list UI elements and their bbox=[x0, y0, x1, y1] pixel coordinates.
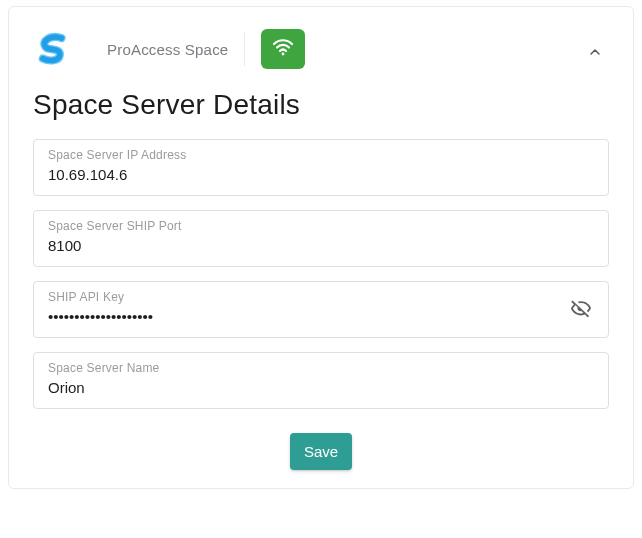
section-title: Space Server Details bbox=[9, 89, 633, 139]
eye-off-icon bbox=[570, 297, 592, 322]
server-name-label: Space Server Name bbox=[48, 361, 594, 375]
header-divider bbox=[244, 32, 245, 66]
ship-port-input[interactable] bbox=[48, 235, 594, 256]
wifi-icon bbox=[271, 35, 295, 63]
svg-point-0 bbox=[282, 53, 285, 56]
ip-address-field[interactable]: Space Server IP Address bbox=[33, 139, 609, 196]
server-name-input[interactable] bbox=[48, 377, 594, 398]
api-key-input[interactable] bbox=[48, 306, 594, 327]
save-button[interactable]: Save bbox=[290, 433, 352, 470]
settings-card: ProAccess Space Space Server Details bbox=[8, 6, 634, 489]
chevron-up-icon bbox=[587, 44, 603, 63]
api-key-label: SHIP API Key bbox=[48, 290, 594, 304]
server-form: Space Server IP Address Space Server SHI… bbox=[9, 139, 633, 470]
actions-row: Save bbox=[33, 433, 609, 470]
toggle-api-key-visibility[interactable] bbox=[566, 293, 596, 326]
ship-port-label: Space Server SHIP Port bbox=[48, 219, 594, 233]
product-name: ProAccess Space bbox=[107, 41, 228, 58]
ip-address-input[interactable] bbox=[48, 164, 594, 185]
server-name-field[interactable]: Space Server Name bbox=[33, 352, 609, 409]
product-logo bbox=[33, 29, 73, 69]
collapse-toggle[interactable] bbox=[581, 39, 609, 67]
card-header: ProAccess Space bbox=[9, 7, 633, 89]
api-key-field[interactable]: SHIP API Key bbox=[33, 281, 609, 338]
ip-address-label: Space Server IP Address bbox=[48, 148, 594, 162]
ship-port-field[interactable]: Space Server SHIP Port bbox=[33, 210, 609, 267]
connection-status-badge bbox=[261, 29, 305, 69]
